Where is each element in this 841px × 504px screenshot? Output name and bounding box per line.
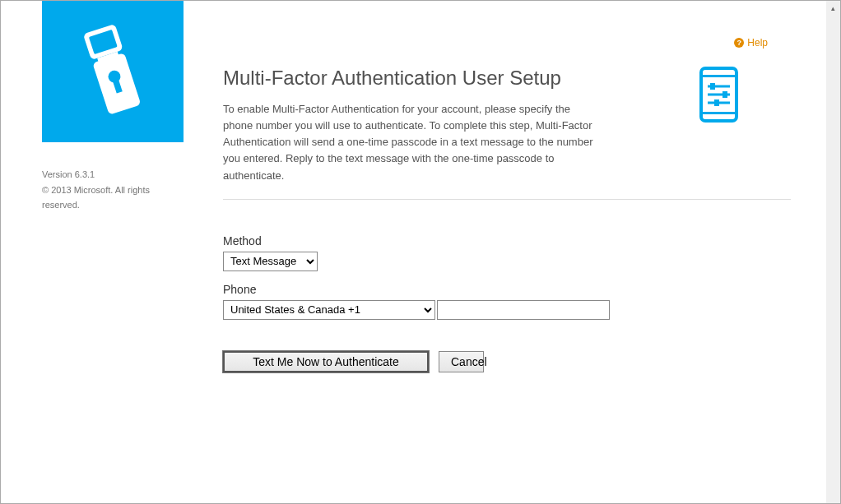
scrollbar-up-arrow[interactable]: ▴	[826, 1, 840, 15]
version-text: Version 6.3.1	[42, 167, 174, 183]
country-code-select[interactable]: United States & Canada +1	[223, 300, 435, 320]
main-content: ? Help Multi-Factor Authentication User …	[198, 1, 840, 503]
cancel-button[interactable]: Cancel	[439, 351, 484, 372]
phone-label: Phone	[223, 283, 791, 296]
submit-button[interactable]: Text Me Now to Authenticate	[223, 351, 429, 372]
scrollbar[interactable]: ▴	[826, 1, 840, 503]
divider	[223, 199, 791, 200]
page-title: Multi-Factor Authentication User Setup	[223, 67, 602, 90]
form-section: Method Text Message Phone United States …	[223, 234, 791, 372]
svg-rect-12	[723, 91, 727, 98]
svg-rect-14	[714, 99, 719, 106]
page-description: To enable Multi-Factor Authentication fo…	[223, 101, 602, 184]
help-icon: ?	[734, 38, 744, 48]
phone-number-input[interactable]	[437, 300, 610, 320]
phone-lock-icon	[72, 22, 154, 121]
svg-rect-8	[701, 112, 736, 114]
method-select[interactable]: Text Message	[223, 252, 318, 271]
method-label: Method	[223, 234, 791, 247]
version-block: Version 6.3.1 © 2013 Microsoft. All righ…	[42, 167, 174, 213]
logo-tile	[42, 1, 184, 142]
sidebar: Version 6.3.1 © 2013 Microsoft. All righ…	[1, 1, 198, 503]
help-label: Help	[747, 37, 768, 49]
device-sliders-icon	[696, 67, 741, 123]
svg-rect-10	[710, 83, 715, 90]
copyright-text: © 2013 Microsoft. All rights reserved.	[42, 183, 174, 213]
svg-rect-7	[701, 75, 736, 77]
help-link[interactable]: ? Help	[734, 37, 768, 49]
